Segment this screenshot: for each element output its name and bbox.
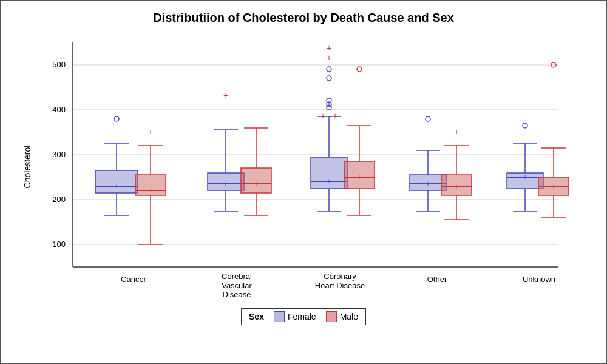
xlabel-coronary2: Heart Disease bbox=[315, 281, 365, 290]
unknown-female-box: + bbox=[507, 123, 543, 211]
ytick-200: 200 bbox=[52, 195, 66, 204]
svg-text:+: + bbox=[223, 90, 228, 100]
cancer-female-box: + bbox=[95, 116, 138, 215]
svg-point-7 bbox=[114, 116, 119, 121]
chart-title: Distributiion of Cholesterol by Death Ca… bbox=[153, 11, 454, 25]
ytick-500: 500 bbox=[52, 60, 66, 69]
xlabel-other: Other bbox=[427, 275, 447, 284]
svg-point-39 bbox=[327, 76, 331, 81]
svg-text:+: + bbox=[114, 182, 118, 190]
xlabel-unknown: Unknown bbox=[523, 275, 555, 284]
legend-male-item: Male bbox=[326, 311, 358, 322]
svg-text:+: + bbox=[223, 180, 228, 188]
cerebral-female-box: + + bbox=[208, 90, 244, 211]
legend-female-item: Female bbox=[274, 311, 316, 322]
ytick-400: 400 bbox=[52, 105, 66, 114]
ytick-300: 300 bbox=[52, 150, 66, 159]
legend-male-box bbox=[326, 311, 337, 322]
svg-text:+: + bbox=[523, 173, 527, 181]
other-female-box: + bbox=[410, 116, 446, 211]
svg-text:+: + bbox=[327, 53, 331, 62]
coronary-male-box: + bbox=[344, 67, 375, 215]
svg-point-78 bbox=[523, 123, 527, 128]
cerebral-male-box: + bbox=[241, 128, 271, 215]
ytick-100: 100 bbox=[52, 240, 66, 249]
svg-point-42 bbox=[327, 105, 331, 110]
y-axis-label: Cholesterol bbox=[22, 146, 32, 189]
unknown-male-box: + bbox=[538, 62, 569, 218]
svg-text:+: + bbox=[148, 127, 153, 136]
svg-text:+: + bbox=[320, 111, 325, 121]
svg-point-54 bbox=[357, 67, 362, 72]
svg-text:+: + bbox=[254, 180, 258, 188]
other-male-box: + + bbox=[441, 127, 472, 220]
legend-male-label: Male bbox=[340, 312, 358, 322]
svg-text:+: + bbox=[454, 127, 459, 136]
xlabel-coronary: Coronary bbox=[324, 272, 356, 281]
svg-text:+: + bbox=[148, 186, 152, 195]
xlabel-cancer: Cancer bbox=[121, 275, 147, 284]
svg-text:+: + bbox=[327, 43, 331, 53]
svg-point-62 bbox=[426, 116, 430, 121]
svg-point-38 bbox=[327, 67, 331, 72]
legend-female-label: Female bbox=[288, 312, 316, 322]
legend-sex-label: Sex bbox=[249, 312, 264, 322]
legend-female-box bbox=[274, 311, 285, 322]
chart-legend: Sex Female Male bbox=[241, 308, 366, 325]
xlabel-cerebral: Cerebral bbox=[222, 272, 252, 281]
svg-text:+: + bbox=[454, 183, 458, 191]
svg-text:+: + bbox=[551, 183, 555, 191]
xlabel-cerebral2: Vascular bbox=[222, 281, 252, 290]
coronary-female-box: + + + + + bbox=[311, 43, 347, 211]
main-chart: 100 200 300 400 500 bbox=[36, 30, 571, 303]
svg-text:+: + bbox=[333, 111, 337, 121]
svg-text:+: + bbox=[327, 177, 331, 186]
chart-container: Distributiion of Cholesterol by Death Ca… bbox=[0, 0, 607, 364]
xlabel-cerebral3: Disease bbox=[223, 290, 251, 299]
svg-text:+: + bbox=[357, 173, 361, 181]
svg-text:+: + bbox=[426, 180, 430, 188]
cancer-male-box: + + bbox=[135, 127, 166, 244]
